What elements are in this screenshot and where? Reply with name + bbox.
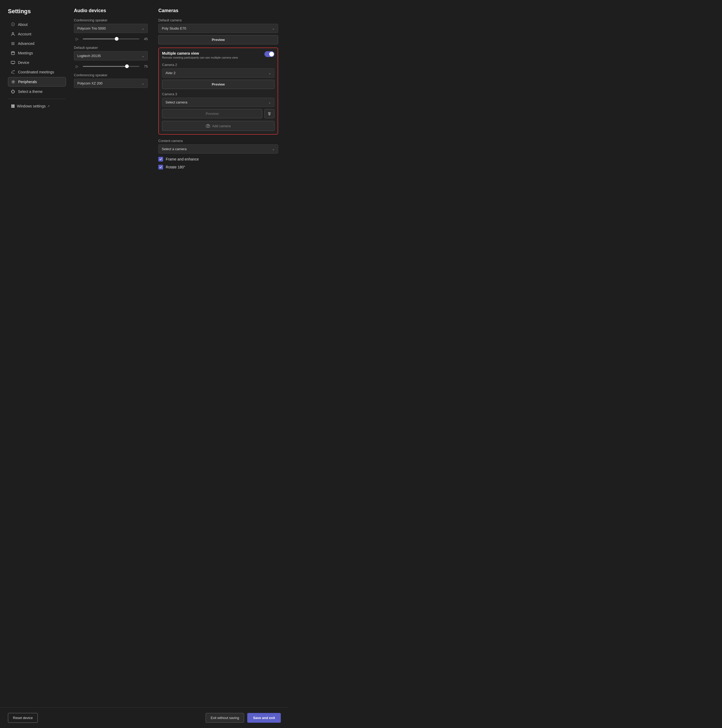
default-camera-value: Poly Studio E70 (162, 26, 186, 31)
sidebar-item-about[interactable]: ⓘ About (8, 20, 66, 29)
camera3-label: Camera 3 (162, 92, 275, 96)
camera2-preview-button[interactable]: Preview (162, 80, 275, 89)
conferencing-speaker-label: Conferencing speaker (74, 18, 148, 22)
svg-rect-4 (11, 52, 15, 55)
svg-rect-16 (13, 106, 15, 108)
svg-rect-19 (206, 125, 210, 127)
sidebar-item-peripherals[interactable]: Peripherals (8, 77, 66, 87)
sidebar-label-account: Account (18, 32, 31, 36)
svg-rect-13 (11, 104, 13, 106)
audio-devices-title: Audio devices (74, 8, 148, 14)
multi-camera-header: Multiple camera view Remote meeting part… (162, 51, 275, 59)
sidebar-label-coordinated: Coordinated meetings (18, 70, 54, 74)
external-link-icon: ↗ (47, 104, 50, 108)
svg-rect-8 (11, 61, 15, 64)
conferencing-microphone-dropdown[interactable]: Polycom XZ 200 ⌄ (74, 79, 148, 88)
multi-camera-toggle[interactable] (264, 51, 275, 57)
checkmark-icon-2 (159, 165, 162, 169)
trash-icon (267, 112, 272, 116)
svg-rect-14 (13, 104, 15, 106)
advanced-icon (11, 41, 15, 46)
camera3-preview-button: Preview (162, 109, 262, 118)
chevron-down-icon-2: ⌄ (142, 54, 144, 58)
frame-enhance-checkbox[interactable] (158, 157, 163, 162)
sidebar-item-device[interactable]: Device (8, 58, 66, 67)
content-camera-dropdown[interactable]: Select a camera ⌄ (158, 144, 278, 154)
conferencing-microphone-label: Conferencing speaker (74, 73, 148, 77)
camera-add-icon (206, 124, 210, 128)
default-volume-row: ▷ 75 (74, 63, 148, 69)
checkmark-icon (159, 158, 162, 161)
rotate-checkbox[interactable] (158, 165, 163, 170)
sidebar-divider (8, 99, 66, 99)
play-button[interactable]: ▷ (74, 36, 80, 42)
conferencing-microphone-value: Polycom XZ 200 (77, 81, 102, 85)
camera3-value: Select camera (165, 100, 187, 104)
sidebar-label-meetings: Meetings (18, 51, 33, 55)
svg-point-20 (207, 125, 209, 127)
default-speaker-dropdown[interactable]: Logitech 20135 ⌄ (74, 51, 148, 60)
default-speaker-value: Logitech 20135 (77, 54, 101, 58)
conferencing-speaker-dropdown[interactable]: Polycom Trio 5000 ⌄ (74, 24, 148, 33)
camera2-dropdown[interactable]: AVer 2 ⌄ (162, 68, 275, 78)
sidebar: Settings ⓘ About Account (8, 8, 66, 265)
sidebar-item-coordinated[interactable]: Coordinated meetings (8, 67, 66, 76)
speaker-volume-row: ▷ 45 (74, 36, 148, 42)
peripherals-icon (11, 80, 15, 84)
sidebar-item-windows-settings[interactable]: Windows settings ↗ (8, 102, 66, 111)
page-title: Settings (8, 8, 66, 15)
svg-point-0 (12, 32, 14, 34)
svg-point-12 (12, 81, 15, 83)
camera3-dropdown[interactable]: Select camera ⌄ (162, 98, 275, 107)
cameras-panel: Cameras Default camera Poly Studio E70 ⌄… (156, 8, 281, 265)
frame-enhance-label: Frame and enhance (166, 157, 199, 161)
sidebar-label-device: Device (18, 60, 29, 65)
device-icon (11, 60, 15, 65)
volume-fill (83, 38, 117, 39)
sidebar-item-account[interactable]: Account (8, 29, 66, 38)
meetings-icon (11, 50, 15, 55)
info-icon: ⓘ (11, 22, 15, 27)
content-camera-value: Select a camera (162, 147, 186, 151)
sidebar-label-about: About (18, 23, 28, 27)
content-camera-section: Content camera Select a camera ⌄ Frame a… (158, 139, 278, 170)
chevron-down-icon-cam2: ⌄ (269, 71, 271, 75)
chevron-down-icon-3: ⌄ (142, 81, 144, 85)
default-camera-dropdown[interactable]: Poly Studio E70 ⌄ (158, 24, 278, 33)
svg-point-11 (13, 81, 14, 83)
speaker-volume-value: 45 (142, 37, 148, 41)
camera2-label: Camera 2 (162, 63, 275, 67)
chevron-down-icon-cam: ⌄ (272, 27, 275, 31)
default-camera-preview-button[interactable]: Preview (158, 35, 278, 44)
default-volume-fill (83, 66, 127, 67)
multi-camera-info: Multiple camera view Remote meeting part… (162, 51, 238, 59)
audio-devices-panel: Audio devices Conferencing speaker Polyc… (66, 8, 156, 265)
sidebar-label-theme: Select a theme (18, 89, 43, 94)
camera3-preview-row: Preview (162, 109, 275, 118)
camera2-value: AVer 2 (165, 71, 176, 75)
coordinated-icon (11, 70, 15, 75)
sidebar-label-windows: Windows settings (17, 104, 46, 108)
default-volume-slider[interactable] (83, 66, 139, 67)
theme-icon (11, 89, 15, 94)
play-button-2[interactable]: ▷ (74, 63, 80, 69)
default-volume-value: 75 (142, 64, 148, 68)
slider-thumb-2 (125, 64, 129, 68)
multi-camera-box: Multiple camera view Remote meeting part… (158, 47, 278, 135)
chevron-down-icon: ⌄ (142, 27, 144, 31)
toggle-knob (269, 52, 274, 57)
sidebar-label-peripherals: Peripherals (18, 80, 37, 84)
sidebar-item-select-theme[interactable]: Select a theme (8, 87, 66, 96)
multi-camera-title: Multiple camera view (162, 51, 238, 55)
rotate-label: Rotate 180° (166, 165, 185, 169)
chevron-down-icon-content: ⌄ (272, 147, 275, 151)
add-camera-button[interactable]: Add camera (162, 121, 275, 131)
sidebar-item-advanced[interactable]: Advanced (8, 39, 66, 48)
default-camera-label: Default camera (158, 18, 278, 22)
sidebar-item-meetings[interactable]: Meetings (8, 49, 66, 58)
conferencing-speaker-value: Polycom Trio 5000 (77, 26, 106, 31)
account-icon (11, 32, 15, 37)
camera3-delete-button[interactable] (264, 109, 275, 118)
frame-enhance-row: Frame and enhance (158, 157, 278, 162)
volume-slider[interactable] (83, 38, 139, 39)
